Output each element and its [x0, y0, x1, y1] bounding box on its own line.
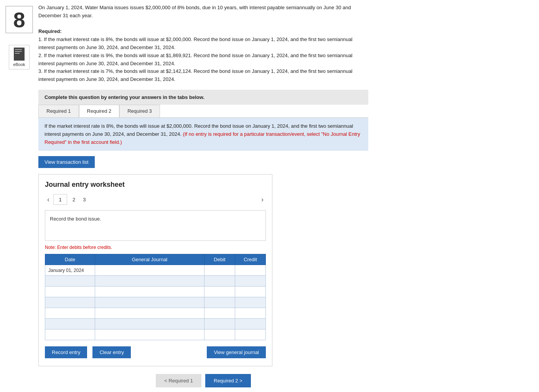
main-content: On January 1, 2024, Water Mania issues i…: [38, 4, 539, 387]
question-text: On January 1, 2024, Water Mania issues i…: [38, 4, 368, 84]
question-number: 8: [5, 6, 33, 33]
journal-row-journal-0[interactable]: [95, 265, 204, 276]
journal-input-1[interactable]: [98, 278, 201, 284]
instruction-box: Complete this question by entering your …: [38, 90, 368, 105]
debit-input-4[interactable]: [208, 311, 232, 316]
current-page-box: 1: [53, 194, 67, 205]
required-label: Required:: [38, 28, 62, 34]
journal-row-debit-2[interactable]: [204, 287, 235, 297]
credit-input-6[interactable]: [238, 332, 262, 338]
journal-row-date-6: [45, 329, 95, 340]
journal-row-debit-3[interactable]: [204, 297, 235, 308]
journal-title: Journal entry worksheet: [45, 181, 266, 189]
page-3-nav[interactable]: 3: [83, 197, 86, 203]
tabs-container: Required 1 Required 2 Required 3: [38, 105, 368, 117]
svg-rect-1: [15, 49, 22, 50]
debit-input-3[interactable]: [208, 300, 232, 305]
debit-input-0[interactable]: [208, 268, 232, 273]
ebook-button[interactable]: eBook: [9, 45, 29, 69]
col-header-journal: General Journal: [95, 254, 204, 265]
left-sidebar: 8 eBook: [0, 4, 38, 387]
journal-input-6[interactable]: [98, 332, 201, 338]
tab-required3[interactable]: Required 3: [119, 105, 160, 117]
prev-page-arrow[interactable]: ‹: [45, 195, 52, 204]
record-description-box: Record the bond issue.: [45, 210, 266, 241]
journal-row-journal-1[interactable]: [95, 276, 204, 287]
journal-row-date-0: January 01, 2024: [45, 265, 95, 276]
bottom-buttons: Record entry Clear entry View general jo…: [45, 346, 266, 358]
journal-row-credit-5[interactable]: [235, 319, 266, 329]
debit-input-2[interactable]: [208, 289, 232, 295]
credit-input-0[interactable]: [238, 268, 262, 273]
record-entry-button[interactable]: Record entry: [45, 346, 87, 358]
journal-row-date-4: [45, 308, 95, 319]
journal-input-0[interactable]: [98, 268, 201, 273]
page-2-nav[interactable]: 2: [73, 197, 75, 203]
journal-row-credit-4[interactable]: [235, 308, 266, 319]
next-required-button[interactable]: Required 2 >: [205, 374, 251, 387]
info-box: If the market interest rate is 8%, the b…: [38, 118, 368, 151]
journal-row-debit-0[interactable]: [204, 265, 235, 276]
svg-rect-2: [15, 51, 22, 52]
journal-input-5[interactable]: [98, 321, 201, 327]
journal-row-credit-6[interactable]: [235, 329, 266, 340]
tab-required2[interactable]: Required 2: [79, 105, 120, 117]
journal-row-journal-6[interactable]: [95, 329, 204, 340]
col-header-credit: Credit: [235, 254, 266, 265]
debit-input-6[interactable]: [208, 332, 232, 338]
ebook-icon: [14, 48, 25, 61]
col-header-debit: Debit: [204, 254, 235, 265]
journal-row-credit-1[interactable]: [235, 276, 266, 287]
req2-text: 2. If the market interest rate is 9%, th…: [38, 53, 353, 66]
journal-row-date-1: [45, 276, 95, 287]
journal-worksheet: Journal entry worksheet ‹ 1 2 3 › Record…: [38, 174, 272, 366]
journal-row-credit-3[interactable]: [235, 297, 266, 308]
journal-table: Date General Journal Debit Credit Januar…: [45, 254, 266, 340]
next-page-arrow[interactable]: ›: [259, 195, 266, 204]
debit-input-1[interactable]: [208, 278, 232, 284]
page-nav: ‹ 1 2 3 ›: [45, 194, 266, 205]
journal-row-journal-2[interactable]: [95, 287, 204, 297]
credit-input-3[interactable]: [238, 300, 262, 305]
journal-row-debit-5[interactable]: [204, 319, 235, 329]
credit-input-2[interactable]: [238, 289, 262, 295]
view-transaction-button[interactable]: View transaction list: [38, 156, 95, 168]
req1-text: 1. If the market interest rate is 8%, th…: [38, 36, 353, 50]
journal-row-date-3: [45, 297, 95, 308]
journal-row-date-5: [45, 319, 95, 329]
journal-input-2[interactable]: [98, 289, 201, 295]
journal-row-journal-5[interactable]: [95, 319, 204, 329]
debit-input-5[interactable]: [208, 321, 232, 327]
prev-required-button[interactable]: < Required 1: [156, 374, 201, 387]
journal-row-credit-2[interactable]: [235, 287, 266, 297]
credit-input-4[interactable]: [238, 311, 262, 316]
journal-row-debit-1[interactable]: [204, 276, 235, 287]
ebook-label: eBook: [13, 62, 25, 67]
journal-input-4[interactable]: [98, 311, 201, 316]
journal-row-debit-6[interactable]: [204, 329, 235, 340]
journal-input-3[interactable]: [98, 300, 201, 305]
tab-required1[interactable]: Required 1: [38, 105, 79, 117]
journal-row-credit-0[interactable]: [235, 265, 266, 276]
journal-row-journal-3[interactable]: [95, 297, 204, 308]
col-header-date: Date: [45, 254, 95, 265]
svg-rect-3: [15, 53, 20, 54]
view-general-journal-button[interactable]: View general journal: [207, 346, 266, 358]
credit-input-1[interactable]: [238, 278, 262, 284]
credit-input-5[interactable]: [238, 321, 262, 327]
clear-entry-button[interactable]: Clear entry: [92, 346, 131, 358]
note-text: Note: Enter debits before credits.: [45, 245, 266, 250]
footer-nav: < Required 1 Required 2 >: [38, 374, 368, 387]
journal-row-debit-4[interactable]: [204, 308, 235, 319]
req3-text: 3. If the market interest rate is 7%, th…: [38, 68, 353, 82]
journal-row-date-2: [45, 287, 95, 297]
journal-row-journal-4[interactable]: [95, 308, 204, 319]
